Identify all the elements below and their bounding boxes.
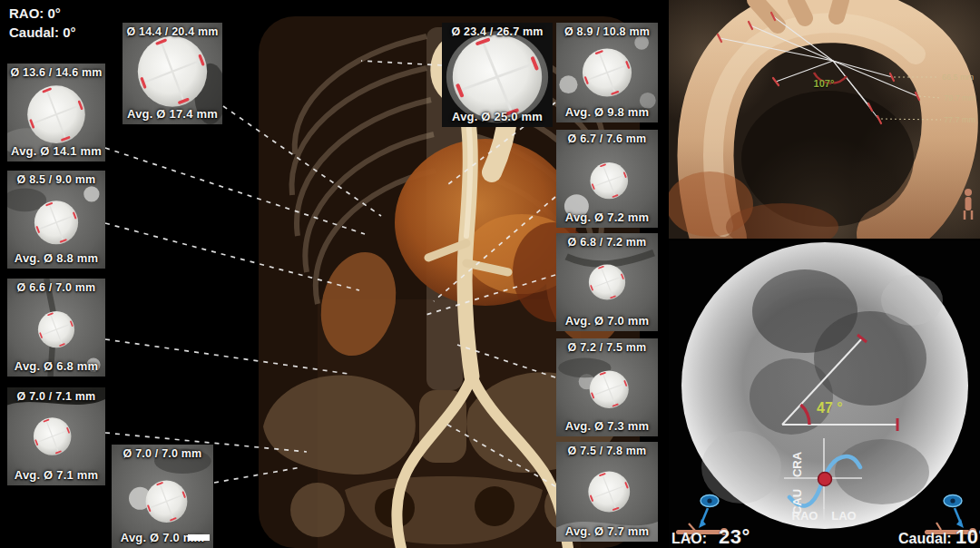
diameter-label: Ø 6.8 / 7.2 mm (556, 236, 658, 249)
rao-angle-label: RAO: 0° (9, 4, 76, 23)
diameter-label: Ø 8.5 / 9.0 mm (7, 173, 105, 186)
arch-measurement-2: 79.7 mm (944, 93, 975, 103)
measurement-panel-left-2[interactable]: Ø 8.5 / 9.0 mm Avg. Ø 8.8 mm (7, 171, 105, 269)
measurement-panel-left-1[interactable]: Ø 13.6 / 14.6 mm Avg. Ø 14.1 mm (7, 64, 105, 161)
avg-diameter-label: Avg. Ø 7.2 mm (556, 210, 658, 224)
lao-angle-value: 23° (719, 525, 750, 548)
avg-diameter-label: Avg. Ø 7.1 mm (7, 468, 105, 482)
measurement-panel-right-4[interactable]: Ø 7.2 / 7.5 mm Avg. Ø 7.3 mm (556, 338, 658, 436)
measurement-panel-right-5[interactable]: Ø 7.5 / 7.8 mm Avg. Ø 7.7 mm (556, 442, 658, 542)
axis-label-rao: RAO (792, 509, 818, 523)
measurement-panel-top-center[interactable]: Ø 23.4 / 26.7 mm Avg. Ø 25.0 mm (442, 23, 553, 127)
diameter-label: Ø 7.2 / 7.5 mm (556, 341, 658, 354)
axis-label-cra: CRA (790, 451, 804, 477)
measurement-panel-right-2[interactable]: Ø 6.7 / 7.6 mm Avg. Ø 7.2 mm (556, 130, 658, 228)
avg-diameter-label: Avg. Ø 9.8 mm (556, 105, 658, 119)
measurement-panel-inner-left-1[interactable]: Ø 14.4 / 20.4 mm Avg. Ø 17.4 mm (122, 23, 222, 124)
avg-diameter-label: Avg. Ø 17.4 mm (122, 107, 222, 121)
caudal-angle-label: Caudal: 0° (9, 23, 76, 42)
current-angle-marker[interactable] (818, 473, 832, 486)
arch-angle-value: 107° (814, 78, 835, 89)
measurement-panel-right-1[interactable]: Ø 8.9 / 10.8 mm Avg. Ø 9.8 mm (556, 23, 658, 122)
arch-measurement-values: 66.5 mm 79.7 mm 77.7 mm (942, 73, 975, 124)
fluoroscopy-projection-view[interactable]: 47 ° CRA CAU RAO LAO (669, 240, 980, 548)
aortic-arch-3d-view[interactable]: 107° 66.5 mm 79.7 mm 77.7 mm (669, 0, 980, 239)
diameter-label: Ø 6.7 / 7.6 mm (556, 132, 658, 145)
diameter-label: Ø 7.0 / 7.1 mm (7, 390, 105, 403)
diameter-label: Ø 13.6 / 14.6 mm (7, 66, 105, 79)
diameter-label: Ø 7.5 / 7.8 mm (556, 445, 658, 457)
measurement-panel-right-3[interactable]: Ø 6.8 / 7.2 mm Avg. Ø 7.0 mm (556, 233, 658, 331)
projection-readout-top: RAO: 0° Caudal: 0° (9, 4, 76, 42)
diameter-label: Ø 7.0 / 7.0 mm (112, 447, 213, 460)
avg-diameter-label: Avg. Ø 7.7 mm (556, 524, 658, 538)
avg-diameter-label: Avg. Ø 14.1 mm (7, 144, 105, 158)
avg-diameter-label: Avg. Ø 6.8 mm (7, 359, 105, 373)
diameter-label: Ø 14.4 / 20.4 mm (122, 25, 222, 38)
avg-diameter-label: Avg. Ø 25.0 mm (442, 110, 553, 123)
fluoro-angle-value: 47 ° (817, 400, 843, 416)
diameter-label: Ø 8.9 / 10.8 mm (556, 25, 658, 38)
avg-diameter-label: Avg. Ø 8.8 mm (7, 251, 105, 265)
measurement-panel-left-3[interactable]: Ø 6.6 / 7.0 mm Avg. Ø 6.8 mm (7, 279, 105, 377)
arch-measurement-1: 66.5 mm (942, 73, 974, 82)
caudal-angle-label: Caudal: (898, 531, 952, 547)
measurement-panel-inner-left-2[interactable]: Ø 7.0 / 7.0 mm Avg. Ø 7.0 mm (112, 445, 213, 548)
vascular-analysis-workstation: RAO: 0° Caudal: 0° Ø 13.6 / 14.6 mm Avg.… (0, 0, 980, 548)
caudal-angle-value: 10° (956, 525, 980, 548)
axis-label-lao: LAO (831, 509, 856, 523)
avg-diameter-label: Avg. Ø 7.0 mm (556, 314, 658, 328)
scale-bar (188, 534, 210, 541)
arch-measurement-3: 77.7 mm (944, 115, 975, 124)
lao-angle-label: LAO: (671, 531, 707, 547)
measurement-panel-left-4[interactable]: Ø 7.0 / 7.1 mm Avg. Ø 7.1 mm (7, 387, 105, 485)
avg-diameter-label: Avg. Ø 7.3 mm (556, 419, 658, 433)
diameter-label: Ø 6.6 / 7.0 mm (7, 281, 105, 294)
diameter-label: Ø 23.4 / 26.7 mm (442, 25, 553, 38)
